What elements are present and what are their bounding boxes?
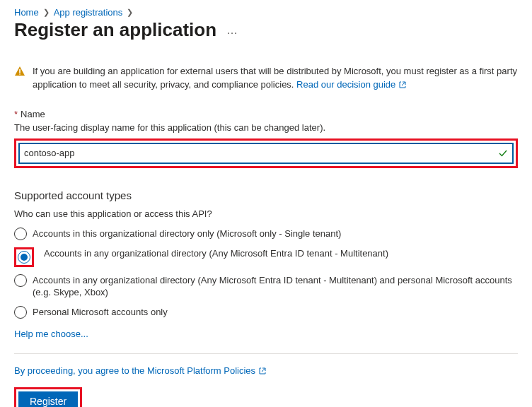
platform-policies-text: By proceeding, you agree to the Microsof… (14, 365, 518, 377)
chevron-right-icon: ❯ (127, 8, 133, 17)
breadcrumb-home[interactable]: Home (14, 7, 39, 18)
banner-text: If you are building an application for e… (33, 65, 518, 93)
valid-check-icon (498, 148, 508, 158)
svg-rect-0 (19, 69, 21, 73)
name-input-highlight (14, 138, 518, 168)
radio-label: Accounts in any organizational directory… (44, 247, 388, 260)
radio-highlight (14, 247, 34, 267)
account-type-radio-group: Accounts in this organizational director… (14, 228, 518, 319)
name-help-text: The user-facing display name for this ap… (14, 122, 518, 133)
radio-label: Accounts in any organizational directory… (33, 274, 518, 299)
chevron-right-icon: ❯ (43, 8, 50, 17)
radio-icon[interactable] (18, 251, 30, 264)
platform-policies-link[interactable]: By proceeding, you agree to the Microsof… (14, 365, 267, 376)
help-me-choose-link[interactable]: Help me choose... (14, 329, 88, 339)
divider (14, 353, 518, 354)
warning-icon (14, 65, 25, 77)
external-link-icon (258, 367, 267, 377)
account-type-option-multitenant-personal[interactable]: Accounts in any organizational directory… (14, 274, 518, 299)
page-title: Register an application (14, 19, 216, 41)
name-input-wrap[interactable] (18, 143, 514, 164)
register-button-highlight: Register (14, 387, 82, 407)
name-label: *Name (14, 109, 518, 119)
account-type-option-single-tenant[interactable]: Accounts in this organizational director… (14, 228, 518, 240)
radio-label: Personal Microsoft accounts only (33, 306, 168, 319)
account-type-option-personal-only[interactable]: Personal Microsoft accounts only (14, 306, 518, 319)
external-link-icon (398, 80, 407, 93)
first-party-warning-banner: If you are building an application for e… (14, 65, 518, 93)
breadcrumb-app-registrations[interactable]: App registrations (54, 7, 123, 18)
supported-account-types-heading: Supported account types (14, 189, 518, 201)
radio-icon[interactable] (14, 228, 27, 240)
required-indicator: * (14, 109, 18, 119)
radio-label: Accounts in this organizational director… (33, 228, 341, 240)
name-input[interactable] (24, 148, 498, 158)
more-actions-icon[interactable]: … (226, 24, 238, 37)
radio-icon[interactable] (14, 306, 27, 319)
account-types-question: Who can use this application or access t… (14, 208, 518, 219)
radio-icon[interactable] (14, 274, 27, 287)
register-button[interactable]: Register (18, 391, 78, 407)
account-type-option-multitenant[interactable]: Accounts in any organizational directory… (14, 247, 518, 267)
decision-guide-link[interactable]: Read our decision guide (296, 79, 407, 90)
breadcrumb: Home ❯ App registrations ❯ (14, 7, 518, 18)
svg-rect-1 (19, 73, 21, 75)
